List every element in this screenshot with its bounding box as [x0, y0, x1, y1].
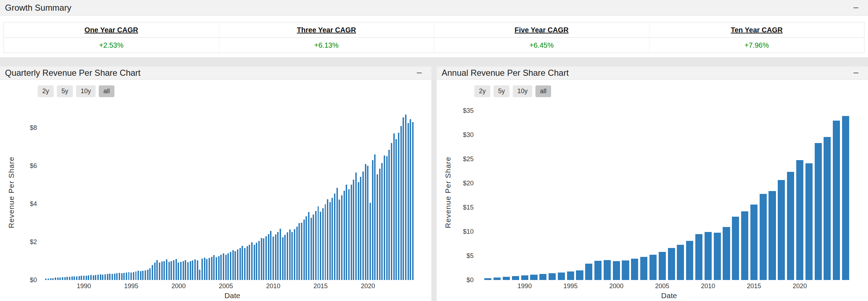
bar [133, 272, 134, 280]
range-button-2y[interactable]: 2y [474, 85, 490, 97]
bar [291, 232, 293, 280]
bar [306, 216, 307, 280]
bar [778, 180, 785, 280]
bar [79, 276, 80, 280]
bar [787, 172, 794, 280]
bar [358, 182, 359, 280]
bar [530, 275, 537, 280]
collapse-icon[interactable]: − [853, 3, 859, 13]
bar [388, 150, 390, 280]
bar [384, 155, 385, 280]
bar [227, 253, 229, 280]
y-tick-label: $10 [463, 228, 474, 236]
bar [256, 243, 257, 280]
bar [95, 275, 96, 280]
bar [237, 249, 238, 280]
bar [391, 143, 392, 280]
x-axis-title: Date [41, 291, 424, 301]
bar [263, 238, 264, 280]
x-tick-label: 2010 [701, 282, 715, 290]
plot-area[interactable] [41, 105, 420, 280]
bar [604, 260, 611, 280]
range-button-10y[interactable]: 10y [76, 85, 96, 97]
bar [244, 248, 246, 280]
bar [331, 198, 333, 280]
bar [90, 275, 92, 280]
bar [410, 119, 411, 280]
bar [824, 137, 831, 280]
bar [386, 156, 388, 280]
bar [270, 231, 271, 280]
bar [154, 263, 156, 280]
y-tick-label: $2 [30, 238, 37, 246]
bar [81, 276, 82, 280]
bar [631, 259, 638, 280]
bar [640, 257, 647, 280]
bar [163, 261, 165, 280]
bar [723, 227, 730, 280]
cagr-header-one-year[interactable]: One Year CAGR [4, 22, 219, 37]
bar [714, 233, 721, 280]
x-tick-label: 1995 [124, 282, 138, 290]
bar [503, 277, 510, 280]
bar [152, 265, 153, 280]
bar [284, 235, 286, 280]
range-button-5y[interactable]: 5y [494, 85, 510, 97]
bar [218, 256, 220, 280]
bar [280, 229, 281, 280]
bar [833, 121, 840, 280]
bar [109, 274, 110, 280]
range-button-all[interactable]: all [99, 85, 114, 97]
bar [66, 277, 68, 280]
quarterly-chart-body: 2y5y10yall Revenue Per Share $0$2$4$6$8 … [0, 80, 431, 301]
quarterly-chart-title: Quarterly Revenue Per Share Chart [5, 68, 141, 78]
plot-area[interactable] [478, 105, 857, 280]
bar [230, 252, 231, 280]
range-button-all[interactable]: all [535, 85, 551, 97]
bar [64, 277, 66, 280]
cagr-header-three-year[interactable]: Three Year CAGR [219, 22, 434, 37]
x-tick-label: 2005 [655, 282, 669, 290]
bar [83, 276, 85, 280]
bar [318, 206, 319, 280]
quarterly-chart-panel: Quarterly Revenue Per Share Chart − 2y5y… [0, 67, 431, 301]
bar [149, 268, 151, 280]
range-button-5y[interactable]: 5y [57, 85, 73, 97]
x-tick-label: 1990 [518, 282, 532, 290]
cagr-header-ten-year[interactable]: Ten Year CAGR [649, 22, 864, 37]
bar [213, 255, 215, 280]
collapse-icon[interactable]: − [853, 68, 859, 78]
bar [197, 260, 198, 280]
x-tick-label: 1990 [77, 282, 91, 290]
bar [183, 261, 184, 280]
bar [365, 164, 366, 280]
collapse-icon[interactable]: − [416, 68, 422, 78]
bar [251, 242, 253, 280]
annual-chart-title: Annual Revenue Per Share Chart [442, 68, 569, 78]
bar [142, 271, 144, 280]
bar [750, 205, 758, 280]
x-axis-ticks: 1990199520002005201020152020 [478, 280, 857, 291]
cagr-table: One Year CAGR Three Year CAGR Five Year … [4, 22, 864, 53]
bar [796, 160, 803, 280]
bar [282, 237, 284, 280]
bar [275, 234, 276, 280]
bar [585, 264, 592, 280]
bar [327, 199, 328, 280]
annual-chart-body: 2y5y10yall Revenue Per Share $0$5$10$15$… [437, 80, 868, 301]
bar [173, 260, 174, 280]
range-button-2y[interactable]: 2y [38, 85, 54, 97]
x-tick-label: 2015 [747, 282, 761, 290]
bar [74, 276, 75, 280]
bar [320, 212, 321, 280]
bar [315, 211, 317, 280]
bar [377, 174, 378, 280]
range-button-10y[interactable]: 10y [513, 85, 532, 97]
cagr-header-five-year[interactable]: Five Year CAGR [434, 22, 649, 37]
bar [232, 250, 234, 280]
bar [206, 259, 207, 280]
bar [815, 143, 822, 280]
bar [567, 271, 574, 280]
bar [97, 275, 99, 280]
bar [145, 270, 146, 280]
